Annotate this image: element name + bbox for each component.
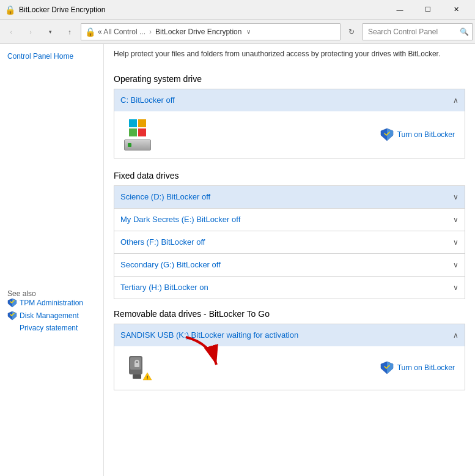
- d-drive-label: Science (D:) BitLocker off: [120, 192, 210, 201]
- svg-rect-16: [133, 374, 141, 379]
- usb-drive-icon-wrap: !: [124, 354, 151, 382]
- k-drive-chevron: ∧: [453, 331, 458, 340]
- search-input[interactable]: [363, 23, 473, 40]
- removable-drives-section: Removable data drives - BitLocker To Go …: [114, 309, 465, 390]
- c-drive-expanded: Turn on BitLocker: [114, 111, 465, 158]
- d-drive-chevron: ∨: [453, 193, 458, 201]
- sidebar-tpm-item: TPM Administration: [7, 298, 96, 308]
- titlebar-icon: 🔒: [5, 5, 15, 15]
- h-drive-label: Tertiary (H:) BitLocker on: [120, 283, 208, 292]
- address-box[interactable]: 🔒 « All Control ... › BitLocker Drive En…: [81, 23, 341, 40]
- k-drive-header[interactable]: SANDISK USB (K:) BitLocker waiting for a…: [114, 324, 465, 346]
- os-drives-section: Operating system drive C: BitLocker off …: [114, 74, 465, 158]
- f-drive-header[interactable]: Others (F:) BitLocker off ∨: [114, 231, 465, 253]
- k-turn-on-label: Turn on BitLocker: [397, 363, 455, 372]
- tpm-shield-icon: [7, 298, 17, 308]
- fixed-drives-section: Fixed data drives Science (D:) BitLocker…: [114, 171, 465, 299]
- svg-marker-4: [12, 311, 17, 320]
- breadcrumb-prefix: « All Control ...: [98, 28, 145, 36]
- svg-rect-6: [129, 119, 137, 127]
- fixed-drives-heading: Fixed data drives: [114, 171, 465, 180]
- sidebar-disk-item: Disk Management: [7, 311, 96, 321]
- svg-rect-15: [134, 363, 139, 367]
- disk-shield-icon: [7, 311, 17, 321]
- d-drive-row: Science (D:) BitLocker off ∨: [114, 185, 465, 208]
- see-also-label: See also: [7, 282, 96, 298]
- c-turn-on-bitlocker-link[interactable]: Turn on BitLocker: [380, 128, 455, 141]
- sidebar-tpm-link[interactable]: TPM Administration: [20, 298, 83, 308]
- top-description: Help protect your files and folders from…: [114, 44, 465, 67]
- e-drive-row: My Dark Secrets (E:) BitLocker off ∨: [114, 208, 465, 231]
- sidebar: Control Panel Home See also TPM Administ…: [0, 44, 104, 476]
- svg-marker-11: [387, 128, 393, 141]
- k-drive-row: SANDISK USB (K:) BitLocker waiting for a…: [114, 324, 465, 390]
- removable-drives-heading: Removable data drives - BitLocker To Go: [114, 309, 465, 319]
- search-wrapper: 🔍: [363, 23, 473, 40]
- g-drive-label: Secondary (G:) BitLocker off: [120, 260, 221, 269]
- content-area: Help protect your files and folders from…: [104, 44, 475, 476]
- f-drive-row: Others (F:) BitLocker off ∨: [114, 231, 465, 253]
- e-drive-header[interactable]: My Dark Secrets (E:) BitLocker off ∨: [114, 209, 465, 231]
- warning-icon: !: [142, 372, 152, 382]
- g-drive-header[interactable]: Secondary (G:) BitLocker off ∨: [114, 254, 465, 276]
- sidebar-bottom: See also TPM Administration Disk Managem…: [7, 282, 96, 333]
- forward-button[interactable]: ›: [22, 23, 39, 40]
- red-arrow-icon: [174, 331, 229, 374]
- refresh-button[interactable]: ↻: [343, 23, 360, 40]
- e-drive-label: My Dark Secrets (E:) BitLocker off: [120, 215, 240, 224]
- k-drive-icon-area: !: [124, 354, 151, 382]
- addressbar: ‹ › ▾ ↑ 🔒 « All Control ... › BitLocker …: [0, 20, 475, 44]
- windows-logo-icon: [128, 119, 147, 137]
- svg-marker-1: [12, 299, 17, 307]
- h-drive-row: Tertiary (H:) BitLocker on ∨: [114, 276, 465, 299]
- f-drive-label: Others (F:) BitLocker off: [120, 237, 205, 247]
- bitlocker-shield-icon: [380, 128, 394, 141]
- maximize-button[interactable]: ☐: [414, 0, 442, 20]
- titlebar-controls: — ☐ ✕: [386, 0, 470, 20]
- titlebar-title: BitLocker Drive Encryption: [19, 6, 386, 14]
- c-drive-label: C: BitLocker off: [120, 95, 175, 105]
- address-icon: 🔒: [85, 27, 95, 37]
- minimize-button[interactable]: —: [386, 0, 414, 20]
- back-button[interactable]: ‹: [2, 23, 20, 40]
- c-drive-header[interactable]: C: BitLocker off ∧: [114, 89, 465, 111]
- k-turn-on-bitlocker-link[interactable]: Turn on BitLocker: [380, 361, 455, 374]
- sidebar-disk-link[interactable]: Disk Management: [20, 311, 79, 321]
- c-turn-on-label: Turn on BitLocker: [397, 130, 455, 139]
- recent-button[interactable]: ▾: [42, 23, 59, 40]
- breadcrumb-separator: ›: [149, 28, 152, 36]
- os-drives-heading: Operating system drive: [114, 74, 465, 84]
- h-drive-header[interactable]: Tertiary (H:) BitLocker on ∨: [114, 277, 465, 299]
- e-drive-chevron: ∨: [453, 215, 458, 224]
- svg-marker-21: [387, 362, 393, 374]
- k-drive-expanded: !: [114, 346, 465, 390]
- svg-rect-9: [138, 128, 146, 136]
- svg-text:!: !: [147, 374, 149, 381]
- sidebar-home-link[interactable]: Control Panel Home: [7, 51, 96, 62]
- close-button[interactable]: ✕: [442, 0, 470, 20]
- svg-rect-7: [138, 119, 146, 127]
- drive-led: [128, 143, 131, 147]
- c-drive-row: C: BitLocker off ∧: [114, 89, 465, 158]
- main-layout: Control Panel Home See also TPM Administ…: [0, 44, 475, 476]
- g-drive-row: Secondary (G:) BitLocker off ∨: [114, 253, 465, 276]
- h-drive-chevron: ∨: [453, 283, 458, 292]
- up-button[interactable]: ↑: [61, 23, 78, 40]
- breadcrumb-dropdown[interactable]: ∨: [246, 28, 251, 35]
- g-drive-chevron: ∨: [453, 261, 458, 269]
- c-drive-chevron: ∧: [453, 96, 458, 105]
- svg-rect-8: [129, 128, 137, 136]
- f-drive-chevron: ∨: [453, 238, 458, 247]
- d-drive-header[interactable]: Science (D:) BitLocker off ∨: [114, 186, 465, 208]
- breadcrumb-current: BitLocker Drive Encryption: [155, 28, 241, 36]
- windows-drive-icon: [124, 119, 151, 151]
- k-bitlocker-shield-icon: [380, 361, 394, 374]
- sidebar-privacy-link[interactable]: Privacy statement: [20, 323, 96, 333]
- c-drive-icon-area: [124, 119, 151, 151]
- titlebar: 🔒 BitLocker Drive Encryption — ☐ ✕: [0, 0, 475, 20]
